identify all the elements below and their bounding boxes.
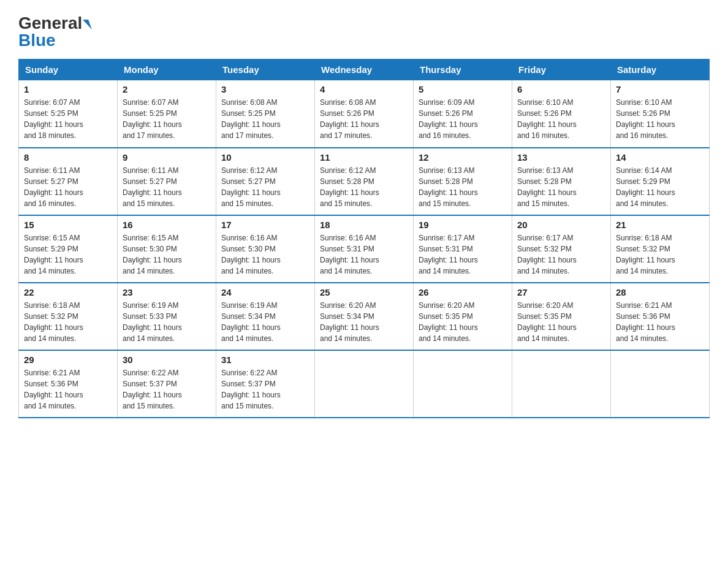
day-info: Sunrise: 6:08 AMSunset: 5:25 PMDaylight:…: [221, 97, 309, 141]
day-number: 29: [24, 354, 112, 365]
calendar-cell: 20Sunrise: 6:17 AMSunset: 5:32 PMDayligh…: [512, 215, 611, 283]
day-number: 2: [123, 84, 211, 94]
calendar-cell: 27Sunrise: 6:20 AMSunset: 5:35 PMDayligh…: [512, 283, 611, 350]
day-number: 25: [320, 287, 408, 297]
header-monday: Monday: [118, 59, 216, 80]
day-number: 5: [419, 84, 507, 94]
day-number: 20: [517, 220, 605, 230]
day-info: Sunrise: 6:10 AMSunset: 5:26 PMDaylight:…: [616, 97, 704, 141]
day-number: 7: [616, 84, 704, 94]
day-info: Sunrise: 6:15 AMSunset: 5:30 PMDaylight:…: [123, 232, 211, 277]
day-number: 31: [221, 354, 309, 365]
day-info: Sunrise: 6:11 AMSunset: 5:27 PMDaylight:…: [123, 165, 211, 209]
calendar-cell: 13Sunrise: 6:13 AMSunset: 5:28 PMDayligh…: [512, 148, 611, 215]
calendar-table: SundayMondayTuesdayWednesdayThursdayFrid…: [18, 59, 710, 418]
calendar-cell: 15Sunrise: 6:15 AMSunset: 5:29 PMDayligh…: [19, 215, 118, 283]
day-number: 3: [221, 84, 309, 94]
calendar-cell: 21Sunrise: 6:18 AMSunset: 5:32 PMDayligh…: [611, 215, 710, 283]
calendar-week-row: 22Sunrise: 6:18 AMSunset: 5:32 PMDayligh…: [19, 283, 710, 350]
header-tuesday: Tuesday: [216, 59, 315, 80]
day-info: Sunrise: 6:18 AMSunset: 5:32 PMDaylight:…: [616, 232, 704, 277]
calendar-cell: 14Sunrise: 6:14 AMSunset: 5:29 PMDayligh…: [611, 148, 710, 215]
calendar-cell: 5Sunrise: 6:09 AMSunset: 5:26 PMDaylight…: [414, 80, 512, 148]
calendar-cell: 19Sunrise: 6:17 AMSunset: 5:31 PMDayligh…: [414, 215, 512, 283]
calendar-cell: 28Sunrise: 6:21 AMSunset: 5:36 PMDayligh…: [611, 283, 710, 350]
calendar-cell: 22Sunrise: 6:18 AMSunset: 5:32 PMDayligh…: [19, 283, 118, 350]
day-number: 18: [320, 220, 408, 230]
header-saturday: Saturday: [611, 59, 710, 80]
day-info: Sunrise: 6:20 AMSunset: 5:35 PMDaylight:…: [419, 300, 507, 344]
day-number: 24: [221, 287, 309, 297]
calendar-cell: 16Sunrise: 6:15 AMSunset: 5:30 PMDayligh…: [118, 215, 216, 283]
day-number: 28: [616, 287, 704, 297]
day-info: Sunrise: 6:16 AMSunset: 5:30 PMDaylight:…: [221, 232, 309, 277]
calendar-cell: 26Sunrise: 6:20 AMSunset: 5:35 PMDayligh…: [414, 283, 512, 350]
day-info: Sunrise: 6:17 AMSunset: 5:32 PMDaylight:…: [517, 232, 605, 277]
calendar-week-row: 8Sunrise: 6:11 AMSunset: 5:27 PMDaylight…: [19, 148, 710, 215]
logo: General Blue: [18, 15, 90, 49]
calendar-cell: 3Sunrise: 6:08 AMSunset: 5:25 PMDaylight…: [216, 80, 315, 148]
calendar-cell: [315, 350, 414, 418]
calendar-cell: 24Sunrise: 6:19 AMSunset: 5:34 PMDayligh…: [216, 283, 315, 350]
day-number: 15: [24, 220, 112, 230]
calendar-cell: [414, 350, 512, 418]
page-header: General Blue: [18, 15, 710, 49]
day-number: 10: [221, 152, 309, 163]
calendar-week-row: 15Sunrise: 6:15 AMSunset: 5:29 PMDayligh…: [19, 215, 710, 283]
day-number: 13: [517, 152, 605, 163]
day-info: Sunrise: 6:21 AMSunset: 5:36 PMDaylight:…: [24, 367, 112, 412]
day-info: Sunrise: 6:10 AMSunset: 5:26 PMDaylight:…: [517, 97, 605, 141]
calendar-cell: 7Sunrise: 6:10 AMSunset: 5:26 PMDaylight…: [611, 80, 710, 148]
calendar-cell: 25Sunrise: 6:20 AMSunset: 5:34 PMDayligh…: [315, 283, 414, 350]
calendar-cell: 9Sunrise: 6:11 AMSunset: 5:27 PMDaylight…: [118, 148, 216, 215]
day-number: 27: [517, 287, 605, 297]
day-number: 9: [123, 152, 211, 163]
calendar-cell: 23Sunrise: 6:19 AMSunset: 5:33 PMDayligh…: [118, 283, 216, 350]
day-info: Sunrise: 6:21 AMSunset: 5:36 PMDaylight:…: [616, 300, 704, 344]
header-friday: Friday: [512, 59, 611, 80]
calendar-cell: [512, 350, 611, 418]
day-number: 12: [419, 152, 507, 163]
day-info: Sunrise: 6:20 AMSunset: 5:34 PMDaylight:…: [320, 300, 408, 344]
calendar-cell: 12Sunrise: 6:13 AMSunset: 5:28 PMDayligh…: [414, 148, 512, 215]
calendar-week-row: 1Sunrise: 6:07 AMSunset: 5:25 PMDaylight…: [19, 80, 710, 148]
day-number: 17: [221, 220, 309, 230]
calendar-cell: 29Sunrise: 6:21 AMSunset: 5:36 PMDayligh…: [19, 350, 118, 418]
calendar-cell: 30Sunrise: 6:22 AMSunset: 5:37 PMDayligh…: [118, 350, 216, 418]
day-number: 19: [419, 220, 507, 230]
calendar-cell: 4Sunrise: 6:08 AMSunset: 5:26 PMDaylight…: [315, 80, 414, 148]
day-number: 16: [123, 220, 211, 230]
day-number: 8: [24, 152, 112, 163]
calendar-cell: 31Sunrise: 6:22 AMSunset: 5:37 PMDayligh…: [216, 350, 315, 418]
day-info: Sunrise: 6:12 AMSunset: 5:28 PMDaylight:…: [320, 165, 408, 209]
day-info: Sunrise: 6:07 AMSunset: 5:25 PMDaylight:…: [24, 97, 112, 141]
day-number: 21: [616, 220, 704, 230]
header-thursday: Thursday: [414, 59, 512, 80]
calendar-cell: 2Sunrise: 6:07 AMSunset: 5:25 PMDaylight…: [118, 80, 216, 148]
day-number: 4: [320, 84, 408, 94]
day-info: Sunrise: 6:15 AMSunset: 5:29 PMDaylight:…: [24, 232, 112, 277]
day-info: Sunrise: 6:20 AMSunset: 5:35 PMDaylight:…: [517, 300, 605, 344]
day-info: Sunrise: 6:19 AMSunset: 5:34 PMDaylight:…: [221, 300, 309, 344]
day-number: 23: [123, 287, 211, 297]
calendar-cell: 17Sunrise: 6:16 AMSunset: 5:30 PMDayligh…: [216, 215, 315, 283]
day-info: Sunrise: 6:07 AMSunset: 5:25 PMDaylight:…: [123, 97, 211, 141]
day-info: Sunrise: 6:11 AMSunset: 5:27 PMDaylight:…: [24, 165, 112, 209]
day-info: Sunrise: 6:22 AMSunset: 5:37 PMDaylight:…: [221, 367, 309, 412]
day-info: Sunrise: 6:13 AMSunset: 5:28 PMDaylight:…: [517, 165, 605, 209]
day-info: Sunrise: 6:08 AMSunset: 5:26 PMDaylight:…: [320, 97, 408, 141]
day-number: 22: [24, 287, 112, 297]
day-info: Sunrise: 6:13 AMSunset: 5:28 PMDaylight:…: [419, 165, 507, 209]
calendar-cell: 1Sunrise: 6:07 AMSunset: 5:25 PMDaylight…: [19, 80, 118, 148]
calendar-week-row: 29Sunrise: 6:21 AMSunset: 5:36 PMDayligh…: [19, 350, 710, 418]
calendar-cell: 6Sunrise: 6:10 AMSunset: 5:26 PMDaylight…: [512, 80, 611, 148]
day-info: Sunrise: 6:09 AMSunset: 5:26 PMDaylight:…: [419, 97, 507, 141]
calendar-cell: 8Sunrise: 6:11 AMSunset: 5:27 PMDaylight…: [19, 148, 118, 215]
day-info: Sunrise: 6:16 AMSunset: 5:31 PMDaylight:…: [320, 232, 408, 277]
logo-blue: Blue: [18, 32, 90, 49]
day-number: 14: [616, 152, 704, 163]
day-info: Sunrise: 6:14 AMSunset: 5:29 PMDaylight:…: [616, 165, 704, 209]
day-info: Sunrise: 6:12 AMSunset: 5:27 PMDaylight:…: [221, 165, 309, 209]
header-wednesday: Wednesday: [315, 59, 414, 80]
header-sunday: Sunday: [19, 59, 118, 80]
